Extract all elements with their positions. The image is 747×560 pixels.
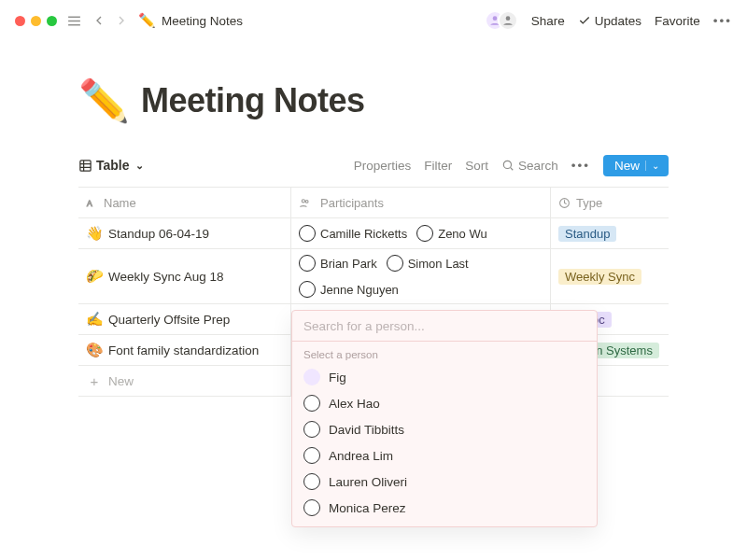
page-icon[interactable]: ✏️ [78, 77, 130, 125]
avatar [303, 447, 320, 464]
cell-type[interactable]: Weekly Sync [551, 249, 669, 303]
cell-participants[interactable]: Camille RickettsZeno Wu [291, 218, 551, 248]
cell-name[interactable]: ✍️Quarterly Offsite Prep [78, 304, 291, 334]
plus-icon: + [86, 373, 103, 389]
nav-arrows [92, 13, 129, 28]
row-title: Weekly Sync Aug 18 [108, 270, 224, 284]
close-window-icon[interactable] [15, 16, 25, 26]
row-title: Font family standardization [108, 343, 259, 357]
page-title[interactable]: Meeting Notes [141, 81, 365, 120]
search-button[interactable]: Search [501, 159, 558, 173]
avatar [299, 225, 316, 242]
column-name[interactable]: A Name [78, 188, 291, 217]
person-picker-section-label: Select a person [292, 342, 597, 364]
avatar [303, 369, 320, 385]
person-option[interactable]: Fig [292, 364, 597, 390]
cell-name[interactable]: 🎨Font family standardization [78, 335, 291, 365]
breadcrumb-icon: ✏️ [138, 12, 156, 29]
person-option[interactable]: David Tibbitts [292, 416, 597, 442]
person-name: Fig [329, 371, 346, 385]
view-more-icon[interactable]: ••• [571, 159, 590, 173]
database-view-bar: Table ⌄ Properties Filter Sort Search ••… [78, 149, 669, 181]
minimize-window-icon[interactable] [31, 16, 41, 26]
avatar [416, 225, 433, 242]
column-type[interactable]: Type [551, 188, 669, 217]
row-icon: 👋 [86, 225, 103, 242]
presence-avatars[interactable] [485, 10, 518, 31]
breadcrumb-title: Meeting Notes [162, 14, 243, 28]
chevron-down-icon: ⌄ [135, 160, 144, 172]
avatar [303, 473, 320, 490]
row-title: Standup 06-04-19 [108, 227, 209, 241]
favorite-button[interactable]: Favorite [655, 14, 700, 28]
svg-point-13 [305, 200, 308, 203]
avatar [387, 255, 403, 272]
avatar [303, 499, 320, 516]
participant: Brian Park [299, 255, 377, 272]
new-button[interactable]: New ⌄ [603, 155, 669, 176]
page: ✏️ Meeting Notes Table ⌄ Properties Filt… [0, 41, 747, 397]
svg-rect-5 [80, 160, 91, 170]
view-actions: Properties Filter Sort Search ••• New ⌄ [354, 155, 669, 176]
sidebar-toggle-icon[interactable] [66, 13, 82, 29]
row-icon: ✍️ [86, 311, 103, 328]
svg-line-10 [511, 168, 514, 171]
back-icon[interactable] [92, 13, 106, 28]
cell-type[interactable]: Standup [551, 218, 669, 248]
participant: Jenne Nguyen [299, 281, 399, 298]
row-icon: 🎨 [86, 342, 103, 358]
sort-button[interactable]: Sort [465, 159, 488, 173]
filter-button[interactable]: Filter [424, 159, 452, 173]
person-name: Andrea Lim [329, 449, 393, 463]
type-tag: Weekly Sync [558, 269, 641, 285]
forward-icon[interactable] [114, 13, 129, 28]
person-name: David Tibbitts [329, 423, 404, 437]
top-right-actions: Share Updates Favorite ••• [485, 10, 732, 31]
table-header: A Name Participants Type [78, 188, 669, 218]
avatar [498, 10, 518, 31]
chevron-down-icon[interactable]: ⌄ [645, 161, 659, 171]
cell-name[interactable]: 🌮Weekly Sync Aug 18 [78, 249, 291, 303]
cell-name[interactable]: 👋Standup 06-04-19 [78, 218, 291, 248]
person-option[interactable]: Monica Perez [292, 495, 597, 521]
row-icon: 🌮 [86, 268, 103, 285]
window-controls [15, 16, 57, 26]
table-row[interactable]: 🌮Weekly Sync Aug 18Brian ParkSimon LastJ… [78, 249, 669, 304]
properties-button[interactable]: Properties [354, 159, 412, 173]
avatar [299, 255, 316, 272]
person-name: Monica Perez [329, 501, 406, 515]
person-option[interactable]: Lauren Oliveri [292, 469, 597, 495]
updates-button[interactable]: Updates [578, 14, 641, 28]
table-row[interactable]: 👋Standup 06-04-19Camille RickettsZeno Wu… [78, 218, 669, 249]
person-name: Alex Hao [329, 397, 380, 411]
person-search [292, 311, 597, 342]
svg-point-4 [505, 16, 510, 21]
page-title-row: ✏️ Meeting Notes [78, 77, 669, 125]
view-switcher[interactable]: Table ⌄ [78, 158, 144, 173]
share-button[interactable]: Share [531, 14, 565, 28]
row-title: Quarterly Offsite Prep [108, 313, 230, 327]
person-picker-popup: Select a person FigAlex HaoDavid Tibbitt… [291, 310, 598, 527]
type-tag: Standup [558, 226, 616, 242]
participant: Zeno Wu [416, 225, 487, 242]
svg-text:A: A [87, 198, 92, 207]
column-participants[interactable]: Participants [291, 188, 551, 217]
person-option[interactable]: Alex Hao [292, 390, 597, 416]
participant: Camille Ricketts [299, 225, 407, 242]
more-menu-icon[interactable]: ••• [713, 14, 732, 28]
cell-participants[interactable]: Brian ParkSimon LastJenne Nguyen [291, 249, 551, 303]
participant: Simon Last [387, 255, 469, 272]
avatar [303, 421, 320, 438]
person-search-input[interactable] [303, 319, 585, 333]
person-name: Lauren Oliveri [329, 475, 407, 489]
svg-point-9 [503, 161, 511, 168]
avatar [299, 281, 316, 298]
person-option[interactable]: Andrea Lim [292, 442, 597, 469]
svg-point-3 [492, 16, 497, 21]
avatar [303, 395, 320, 412]
top-bar: ✏️ Meeting Notes Share Updates Favorite … [0, 0, 747, 41]
breadcrumb[interactable]: ✏️ Meeting Notes [138, 12, 243, 29]
svg-point-12 [302, 199, 304, 202]
maximize-window-icon[interactable] [47, 16, 57, 26]
